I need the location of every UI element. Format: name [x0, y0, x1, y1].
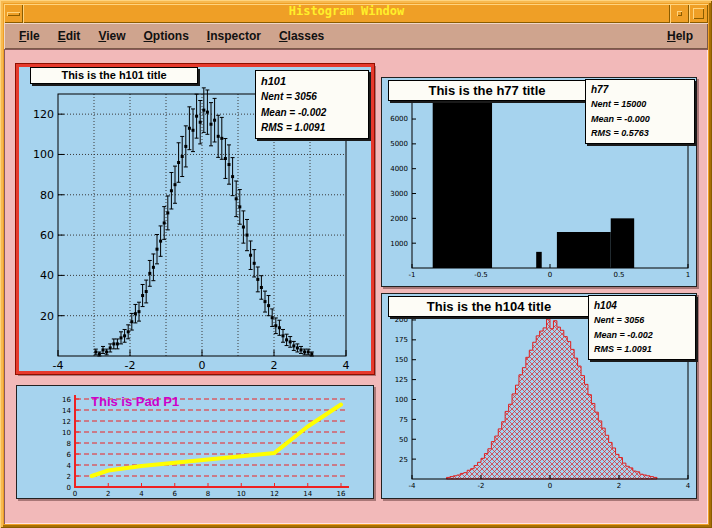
svg-text:10: 10: [237, 490, 246, 498]
histogram-window: Histogram Window File Edit View Options …: [0, 0, 712, 528]
svg-text:0: 0: [548, 271, 552, 279]
svg-text:14: 14: [62, 407, 71, 415]
h77-stats-entries: Nent = 15000: [591, 97, 689, 112]
svg-text:0: 0: [548, 482, 552, 490]
svg-text:4000: 4000: [390, 165, 408, 173]
h101-stats-entries: Nent = 3056: [261, 89, 363, 105]
menu-view[interactable]: View: [89, 25, 134, 47]
h101-stats-mean: Mean = -0.002: [261, 105, 363, 121]
svg-text:3000: 3000: [390, 190, 408, 198]
svg-text:2000: 2000: [390, 215, 408, 223]
menu-help[interactable]: Help: [658, 25, 702, 47]
h101-stats-box[interactable]: h101 Nent = 3056 Mean = -0.002 RMS = 1.0…: [255, 70, 369, 139]
svg-text:14: 14: [303, 490, 312, 498]
svg-text:100: 100: [395, 396, 408, 404]
svg-text:25: 25: [399, 456, 408, 464]
h101-stats-rms: RMS = 1.0091: [261, 120, 363, 136]
menu-inspector[interactable]: Inspector: [198, 25, 270, 47]
svg-text:125: 125: [395, 376, 408, 384]
h101-title-box[interactable]: This is the h101 title: [30, 67, 198, 84]
svg-text:0.5: 0.5: [613, 271, 624, 279]
titlebar: Histogram Window: [4, 4, 708, 23]
pad-h77[interactable]: -1-0.500.511000200030004000500060007000 …: [381, 77, 697, 287]
menubar: File Edit View Options Inspector Classes…: [4, 23, 708, 49]
svg-text:12: 12: [62, 418, 71, 426]
maximize-icon: [693, 8, 704, 19]
svg-text:1: 1: [686, 271, 690, 279]
svg-text:60: 60: [40, 229, 54, 242]
svg-text:16: 16: [337, 490, 346, 498]
svg-text:-0.5: -0.5: [474, 271, 488, 279]
maximize-button[interactable]: [689, 4, 708, 23]
svg-text:6000: 6000: [390, 115, 408, 123]
svg-text:1000: 1000: [390, 240, 408, 248]
svg-text:-2: -2: [478, 482, 485, 490]
svg-text:0: 0: [67, 484, 71, 492]
h77-title-box[interactable]: This is the h77 title: [388, 80, 586, 101]
h77-stats-mean: Mean = -0.000: [591, 112, 689, 127]
svg-text:6: 6: [173, 490, 178, 498]
svg-text:50: 50: [399, 436, 408, 444]
h104-stats-name: h104: [594, 298, 690, 313]
svg-text:-1: -1: [409, 271, 416, 279]
pad-p1[interactable]: 02468101214160246810121416 This is Pad P…: [16, 385, 374, 499]
svg-text:20: 20: [40, 310, 54, 323]
svg-text:6: 6: [67, 451, 72, 459]
svg-text:10: 10: [62, 429, 71, 437]
h104-title-box[interactable]: This is the h104 title: [388, 296, 590, 317]
svg-text:150: 150: [395, 356, 408, 364]
p1-plot: 02468101214160246810121416: [17, 386, 373, 498]
h101-stats-name: h101: [261, 73, 363, 89]
svg-text:80: 80: [40, 189, 54, 202]
svg-text:16: 16: [62, 396, 71, 404]
h104-stats-entries: Nent = 3056: [594, 313, 690, 328]
svg-text:4: 4: [686, 482, 691, 490]
svg-text:75: 75: [399, 416, 408, 424]
h104-stats-rms: RMS = 1.0091: [594, 342, 690, 357]
svg-text:-4: -4: [409, 482, 417, 490]
svg-text:175: 175: [395, 336, 408, 344]
menu-file[interactable]: File: [10, 25, 49, 47]
svg-text:0: 0: [199, 359, 206, 371]
svg-text:-2: -2: [125, 359, 136, 371]
svg-text:2: 2: [106, 490, 110, 498]
minimize-icon: [677, 11, 682, 16]
h77-stats-box[interactable]: h77 Nent = 15000 Mean = -0.000 RMS = 0.5…: [585, 79, 695, 144]
pad-h104[interactable]: -4-2024255075100125150175200 This is the…: [381, 293, 697, 499]
svg-text:2: 2: [617, 482, 621, 490]
svg-text:0: 0: [73, 490, 77, 498]
svg-text:2: 2: [67, 473, 71, 481]
h77-stats-rms: RMS = 0.5763: [591, 126, 689, 141]
svg-text:120: 120: [33, 108, 54, 121]
window-menu-icon: [7, 12, 20, 16]
svg-text:12: 12: [270, 490, 279, 498]
menu-classes[interactable]: Classes: [270, 25, 333, 47]
menu-options[interactable]: Options: [135, 25, 198, 47]
svg-text:2: 2: [271, 359, 278, 371]
menu-edit[interactable]: Edit: [49, 25, 90, 47]
svg-text:-4: -4: [53, 359, 64, 371]
svg-text:5000: 5000: [390, 140, 408, 148]
p1-title: This is Pad P1: [91, 394, 179, 409]
svg-text:200: 200: [395, 316, 408, 324]
minimize-button[interactable]: [670, 4, 689, 23]
root-canvas[interactable]: -4-202420406080100120 This is the h101 t…: [4, 49, 708, 524]
svg-text:4: 4: [343, 359, 350, 371]
svg-text:8: 8: [206, 490, 210, 498]
h104-stats-mean: Mean = -0.002: [594, 328, 690, 343]
svg-text:4: 4: [67, 462, 72, 470]
svg-text:100: 100: [33, 148, 54, 161]
svg-text:40: 40: [40, 269, 54, 282]
svg-text:8: 8: [67, 440, 71, 448]
h77-stats-name: h77: [591, 82, 689, 97]
window-menu-button[interactable]: [4, 4, 23, 23]
svg-text:4: 4: [139, 490, 144, 498]
pad-h101[interactable]: -4-202420406080100120 This is the h101 t…: [16, 64, 374, 374]
h104-stats-box[interactable]: h104 Nent = 3056 Mean = -0.002 RMS = 1.0…: [588, 295, 696, 360]
window-title: Histogram Window: [23, 4, 670, 23]
